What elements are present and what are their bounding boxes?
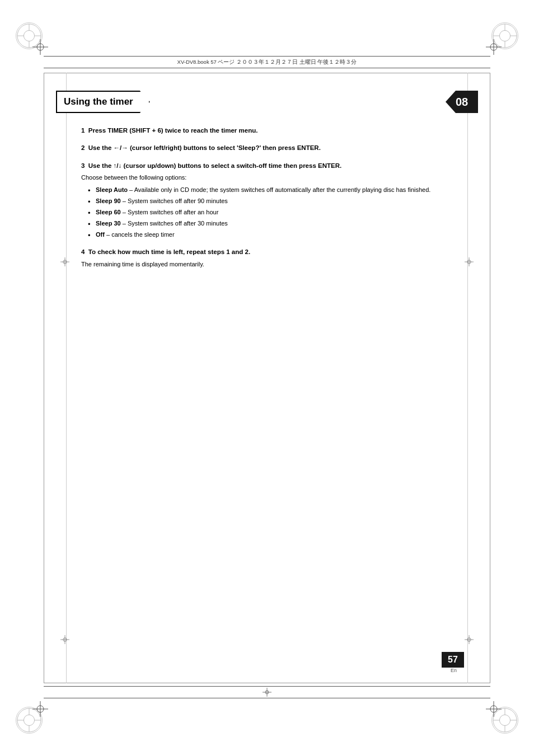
step-3-heading: 3 Use the ↑/↓ (cursor up/down) buttons t… — [81, 161, 453, 171]
bullet-desc-0: – Available only in CD mode; the system … — [129, 186, 430, 193]
reg-mark-tr — [486, 39, 502, 55]
title-left: Using the timer — [56, 91, 150, 113]
crosshair-right-bottom — [465, 635, 474, 644]
chapter-badge: 08 — [446, 91, 478, 113]
list-item: Sleep 30 – System switches off after 30 … — [88, 219, 453, 228]
step-3-body: Choose between the following options: — [81, 173, 453, 182]
step-2-number: 2 — [81, 144, 85, 151]
main-content: 1 Press TIMER (SHIFT + 6) twice to reach… — [81, 126, 453, 276]
bullet-term-2: Sleep 60 — [96, 209, 121, 215]
bullet-desc-2: – System switches off after an hour — [123, 209, 219, 215]
title-row: Using the timer 08 — [56, 90, 478, 114]
reg-mark-tl — [32, 39, 48, 55]
step-4: 4 To check how much time is left, repeat… — [81, 247, 453, 269]
crosshair-left-top — [60, 257, 69, 266]
page-number-box: 57 — [442, 652, 464, 668]
step-1: 1 Press TIMER (SHIFT + 6) twice to reach… — [81, 126, 453, 135]
crosshair-left-bottom — [60, 635, 69, 644]
list-item: Off – cancels the sleep timer — [88, 230, 453, 240]
bullet-term-0: Sleep Auto — [96, 186, 128, 193]
crosshair-right-top — [465, 257, 474, 266]
bottom-crosshair-icon — [263, 688, 271, 697]
step-4-number: 4 — [81, 248, 85, 255]
step-4-heading: 4 To check how much time is left, repeat… — [81, 247, 453, 257]
bullet-term-3: Sleep 30 — [96, 220, 121, 227]
list-item: Sleep 60 – System switches off after an … — [88, 208, 453, 217]
step-2: 2 Use the ←/→ (cursor left/right) button… — [81, 143, 453, 153]
margin-line-left — [66, 73, 67, 683]
page-title: Using the timer — [56, 91, 150, 113]
header-info-text: XV-DV8.book 57 ページ ２００３年１２月２７日 土曜日 午後１２時… — [177, 59, 357, 66]
bullet-desc-4: – cancels the sleep timer — [106, 231, 175, 238]
page-number: 57 — [448, 655, 458, 665]
step-1-heading: 1 Press TIMER (SHIFT + 6) twice to reach… — [81, 126, 453, 135]
page-lang: En — [451, 668, 457, 673]
page: XV-DV8.book 57 ページ ２００３年１２月２７日 土曜日 午後１２時… — [0, 0, 534, 756]
step-2-heading: 2 Use the ←/→ (cursor left/right) button… — [81, 143, 453, 153]
list-item: Sleep Auto – Available only in CD mode; … — [88, 185, 453, 195]
header-info-bar: XV-DV8.book 57 ページ ２００３年１２月２７日 土曜日 午後１２時… — [44, 56, 490, 68]
reg-mark-bl — [32, 701, 48, 717]
bottom-bar — [44, 686, 490, 698]
step-1-number: 1 — [81, 127, 85, 134]
bullet-desc-3: – System switches off after 30 minutes — [123, 220, 228, 227]
bullet-term-4: Off — [96, 231, 105, 238]
sleep-options-list: Sleep Auto – Available only in CD mode; … — [88, 185, 453, 240]
margin-line-right — [467, 73, 468, 683]
step-3: 3 Use the ↑/↓ (cursor up/down) buttons t… — [81, 161, 453, 240]
step-3-number: 3 — [81, 162, 85, 169]
bullet-term-1: Sleep 90 — [96, 198, 121, 204]
bullet-desc-1: – System switches off after 90 minutes — [123, 198, 228, 204]
list-item: Sleep 90 – System switches off after 90 … — [88, 196, 453, 206]
step-4-body: The remaining time is displayed momentar… — [81, 260, 453, 269]
reg-mark-br — [486, 701, 502, 717]
